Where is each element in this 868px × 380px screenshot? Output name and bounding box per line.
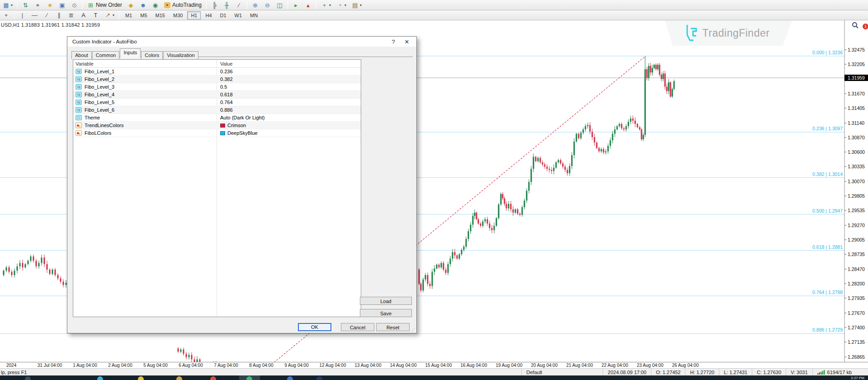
tab-visualization[interactable]: Visualization (163, 51, 198, 59)
text-icon: A (80, 12, 87, 18)
community-button[interactable]: ☻ (137, 1, 149, 10)
bars-chart-button[interactable]: ╠ (209, 1, 220, 10)
timeframe-m15[interactable]: M15 (152, 11, 169, 19)
parameter-value[interactable]: 0.382 (220, 76, 233, 82)
timeframe-m30[interactable]: M30 (170, 11, 186, 19)
navigator-button[interactable]: ★ (44, 1, 56, 10)
taskbar-app-icon[interactable] (316, 376, 322, 380)
load-button[interactable]: Load (360, 297, 412, 305)
periods-button[interactable]: ◔▾ (334, 1, 349, 10)
taskbar-opera-icon[interactable] (210, 376, 216, 380)
parameter-name: TrendLinesColors (85, 123, 123, 128)
new-chart-button[interactable]: ▦▾ (0, 1, 15, 10)
candles-chart-button[interactable]: ╫ (221, 1, 232, 10)
timeframe-d1[interactable]: D1 (217, 11, 230, 19)
cursor-button[interactable]: | (17, 11, 28, 19)
new-order-button[interactable]: ⊞New Order (85, 1, 124, 10)
taskbar-edge-icon[interactable] (97, 376, 103, 380)
taskbar-star-icon[interactable] (138, 376, 144, 380)
tab-about[interactable]: About (71, 51, 92, 59)
label-button[interactable]: T (90, 11, 101, 19)
save-button[interactable]: Save (360, 309, 412, 317)
trendline-button[interactable]: ∕ (41, 11, 52, 19)
crosshair-button[interactable]: + (0, 11, 12, 19)
timeframe-m1[interactable]: M1 (122, 11, 136, 19)
parameter-row[interactable]: ½Fibo_Level_20.382 (73, 76, 361, 83)
svg-text:1.30070: 1.30070 (848, 179, 865, 184)
parameter-value[interactable]: Crimson (227, 123, 246, 128)
chart-shift-button[interactable]: ▴ (302, 1, 314, 10)
zoom-in-button[interactable]: ⊕ (250, 1, 261, 10)
market-watch-button[interactable]: ⇅ (20, 1, 31, 10)
parameter-number-icon: ½ (75, 100, 82, 105)
timeframe-mn[interactable]: MN (246, 11, 261, 19)
autotrading-button[interactable]: ●AutoTrading (162, 1, 204, 10)
reset-button[interactable]: Reset (376, 323, 410, 331)
inputs-table[interactable]: VariableValue½Fibo_Level_10.236½Fibo_Lev… (73, 59, 361, 317)
ok-button[interactable]: OK (298, 323, 331, 331)
navigator-icon: ★ (47, 2, 53, 8)
tab-common[interactable]: Common (92, 51, 120, 59)
website-button[interactable]: ◉ (150, 1, 161, 10)
search-icon[interactable] (852, 22, 859, 29)
svg-text:0.764 | 1.2798: 0.764 | 1.2798 (812, 290, 843, 295)
timeframe-m5[interactable]: M5 (137, 11, 151, 19)
dialog-resize-grip[interactable]: ⋰ (411, 328, 415, 332)
parameter-value[interactable]: DeepSkyBlue (227, 130, 258, 136)
zoom-out-button[interactable]: ⊖ (262, 1, 273, 10)
parameter-value[interactable]: Auto (Dark Or Light) (220, 115, 264, 120)
parameter-value[interactable]: 0.5 (220, 84, 227, 90)
auto-scroll-button[interactable]: ▸ (290, 1, 302, 10)
parameter-row[interactable]: ∷ThemeAuto (Dark Or Light) (73, 114, 361, 122)
dialog-title: Custom Indicator - AutoFibo (72, 39, 137, 44)
date-axis[interactable]: 202431 Jul 04:001 Aug 04:002 Aug 04:005 … (0, 362, 868, 368)
parameter-row[interactable]: ½Fibo_Level_30.5 (73, 83, 361, 91)
parameter-row[interactable]: ½Fibo_Level_10.236 (73, 68, 361, 76)
timeframe-w1[interactable]: W1 (231, 11, 246, 19)
data-window-button[interactable]: ⌖ (32, 1, 43, 10)
taskbar-metatrader-icon[interactable] (246, 376, 252, 380)
horizontal-line-button[interactable]: — (29, 11, 40, 19)
parameter-name: Theme (85, 115, 100, 120)
templates-button[interactable]: ▤▾ (349, 1, 364, 10)
parameter-number-icon: ½ (75, 76, 82, 82)
svg-text:0.500 | 1.2947: 0.500 | 1.2947 (812, 208, 843, 214)
svg-text:1.29535: 1.29535 (848, 208, 865, 213)
dialog-help-button[interactable]: ? (387, 38, 400, 45)
parameter-value[interactable]: 0.236 (220, 69, 233, 74)
tile-windows-button[interactable]: ◫ (274, 1, 285, 10)
parameter-row[interactable]: ½Fibo_Level_50.764 (73, 99, 361, 106)
parameter-value[interactable]: 0.618 (220, 92, 233, 97)
fibo-button[interactable]: ≣ (66, 11, 77, 19)
drawing-toolbar: +|—∕∥≣AT↗▾M1M5M15M30H1H4D1W1MN (0, 10, 868, 20)
parameter-value[interactable]: 0.886 (220, 107, 233, 113)
toolbar-button-label: AutoTrading (172, 2, 202, 8)
market-watch-icon: ⇅ (22, 2, 29, 8)
metaeditor-button[interactable]: ◆ (125, 1, 137, 10)
channel-button[interactable]: ∥ (53, 11, 65, 19)
timeframe-h1[interactable]: H1 (187, 11, 201, 19)
parameter-row[interactable]: TrendLinesColorsCrimson (73, 122, 361, 129)
text-button[interactable]: A (78, 11, 89, 19)
parameter-row[interactable]: FiboLColorsDeepSkyBlue (73, 129, 361, 137)
profile-selector[interactable]: Default (521, 369, 603, 375)
arrows-button[interactable]: ↗▾ (102, 11, 117, 19)
tab-inputs[interactable]: Inputs (120, 48, 141, 58)
indicators-button[interactable]: +▾ (319, 1, 333, 10)
parameter-row[interactable]: ½Fibo_Level_60.886 (73, 106, 361, 114)
terminal-button[interactable]: ▣ (57, 1, 68, 10)
parameter-row[interactable]: ½Fibo_Level_40.618 (73, 91, 361, 99)
timeframe-h4[interactable]: H4 (202, 11, 215, 19)
taskbar-folder-icon[interactable] (176, 376, 182, 380)
parameter-value[interactable]: 0.764 (220, 100, 233, 105)
line-chart-button[interactable]: ∕ (233, 1, 245, 10)
dialog-titlebar[interactable]: Custom Indicator - AutoFibo ? ✕ (67, 37, 416, 47)
strategy-tester-button[interactable]: ⊙ (69, 1, 80, 10)
tab-colors[interactable]: Colors (141, 51, 163, 59)
date-label: 20 Aug 04:00 (531, 363, 558, 368)
cancel-button[interactable]: Cancel (341, 323, 374, 331)
taskbar-telegram-icon[interactable] (287, 376, 293, 380)
date-label: 23 Aug 04:00 (637, 363, 664, 368)
taskbar-search-icon[interactable] (25, 376, 31, 380)
dialog-close-button[interactable]: ✕ (400, 38, 414, 45)
